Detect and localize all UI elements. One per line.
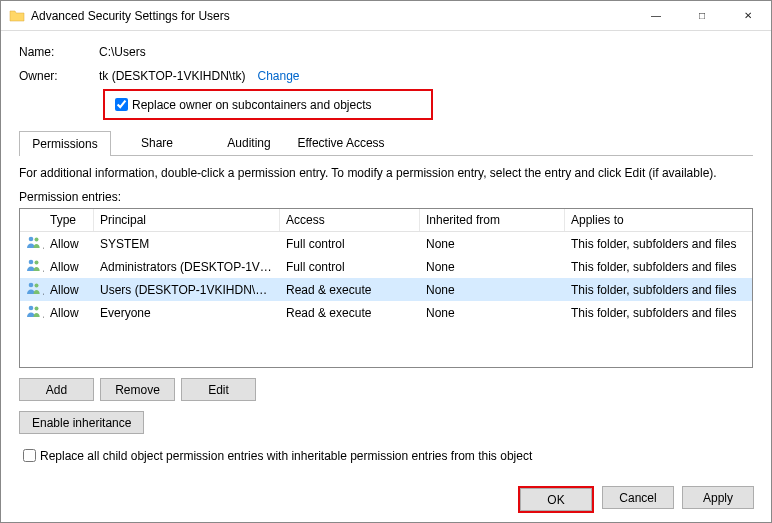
table-body: AllowSYSTEMFull controlNoneThis folder, … bbox=[20, 232, 752, 324]
cell-type: Allow bbox=[44, 282, 94, 298]
cell-applies: This folder, subfolders and files bbox=[565, 305, 752, 321]
permission-entries-label: Permission entries: bbox=[19, 190, 753, 204]
cell-inherited: None bbox=[420, 236, 565, 252]
table-row[interactable]: AllowSYSTEMFull controlNoneThis folder, … bbox=[20, 232, 752, 255]
name-label: Name: bbox=[19, 45, 99, 59]
close-button[interactable]: ✕ bbox=[725, 1, 771, 31]
cell-applies: This folder, subfolders and files bbox=[565, 236, 752, 252]
ok-button[interactable]: OK bbox=[520, 488, 592, 511]
dialog-footer: OK Cancel Apply bbox=[518, 486, 754, 513]
enable-inheritance-button[interactable]: Enable inheritance bbox=[19, 411, 144, 434]
window-title: Advanced Security Settings for Users bbox=[31, 9, 633, 23]
cell-principal: Everyone bbox=[94, 305, 280, 321]
users-icon bbox=[26, 235, 42, 249]
replace-owner-checkbox[interactable] bbox=[115, 98, 128, 111]
cell-inherited: None bbox=[420, 259, 565, 275]
cell-applies: This folder, subfolders and files bbox=[565, 259, 752, 275]
col-access[interactable]: Access bbox=[280, 209, 420, 231]
titlebar: Advanced Security Settings for Users — □… bbox=[1, 1, 771, 31]
col-principal[interactable]: Principal bbox=[94, 209, 280, 231]
folder-icon bbox=[9, 8, 25, 24]
permission-table: Type Principal Access Inherited from App… bbox=[19, 208, 753, 368]
replace-child-checkbox[interactable] bbox=[23, 449, 36, 462]
apply-button[interactable]: Apply bbox=[682, 486, 754, 509]
ok-highlight: OK bbox=[518, 486, 594, 513]
cell-type: Allow bbox=[44, 236, 94, 252]
cell-principal: Administrators (DESKTOP-1VK... bbox=[94, 259, 280, 275]
cell-type: Allow bbox=[44, 305, 94, 321]
info-text: For additional information, double-click… bbox=[19, 166, 753, 180]
tab-share[interactable]: Share bbox=[111, 130, 203, 155]
cell-access: Full control bbox=[280, 236, 420, 252]
replace-owner-highlight: Replace owner on subcontainers and objec… bbox=[103, 89, 433, 120]
owner-label: Owner: bbox=[19, 69, 99, 83]
svg-point-2 bbox=[29, 260, 34, 265]
add-button[interactable]: Add bbox=[19, 378, 94, 401]
cell-principal: SYSTEM bbox=[94, 236, 280, 252]
replace-owner-label: Replace owner on subcontainers and objec… bbox=[132, 98, 371, 112]
cell-principal: Users (DESKTOP-1VKIHDN\Us... bbox=[94, 282, 280, 298]
tab-auditing[interactable]: Auditing bbox=[203, 130, 295, 155]
cell-type: Allow bbox=[44, 259, 94, 275]
svg-point-5 bbox=[35, 284, 39, 288]
cell-inherited: None bbox=[420, 282, 565, 298]
col-inherited[interactable]: Inherited from bbox=[420, 209, 565, 231]
tab-effective-access[interactable]: Effective Access bbox=[295, 130, 387, 155]
cell-access: Read & execute bbox=[280, 305, 420, 321]
users-icon bbox=[26, 281, 42, 295]
svg-point-4 bbox=[29, 283, 34, 288]
replace-child-label: Replace all child object permission entr… bbox=[40, 449, 532, 463]
table-row[interactable]: AllowEveryoneRead & executeNoneThis fold… bbox=[20, 301, 752, 324]
svg-point-6 bbox=[29, 306, 34, 311]
edit-button[interactable]: Edit bbox=[181, 378, 256, 401]
owner-value: tk (DESKTOP-1VKIHDN\tk) bbox=[99, 69, 245, 83]
svg-point-3 bbox=[35, 261, 39, 265]
users-icon bbox=[26, 258, 42, 272]
cell-inherited: None bbox=[420, 305, 565, 321]
tab-bar: Permissions Share Auditing Effective Acc… bbox=[19, 130, 753, 156]
table-row[interactable]: AllowUsers (DESKTOP-1VKIHDN\Us...Read & … bbox=[20, 278, 752, 301]
svg-point-0 bbox=[29, 237, 34, 242]
name-value: C:\Users bbox=[99, 45, 146, 59]
svg-point-7 bbox=[35, 307, 39, 311]
cell-applies: This folder, subfolders and files bbox=[565, 282, 752, 298]
cell-access: Read & execute bbox=[280, 282, 420, 298]
content-area: Name: C:\Users Owner: tk (DESKTOP-1VKIHD… bbox=[1, 31, 771, 475]
cancel-button[interactable]: Cancel bbox=[602, 486, 674, 509]
table-row[interactable]: AllowAdministrators (DESKTOP-1VK...Full … bbox=[20, 255, 752, 278]
users-icon bbox=[26, 304, 42, 318]
col-applies[interactable]: Applies to bbox=[565, 209, 752, 231]
remove-button[interactable]: Remove bbox=[100, 378, 175, 401]
table-header: Type Principal Access Inherited from App… bbox=[20, 209, 752, 232]
col-type[interactable]: Type bbox=[44, 209, 94, 231]
tab-permissions[interactable]: Permissions bbox=[19, 131, 111, 156]
cell-access: Full control bbox=[280, 259, 420, 275]
change-owner-link[interactable]: Change bbox=[257, 69, 299, 83]
svg-point-1 bbox=[35, 238, 39, 242]
maximize-button[interactable]: □ bbox=[679, 1, 725, 31]
minimize-button[interactable]: — bbox=[633, 1, 679, 31]
